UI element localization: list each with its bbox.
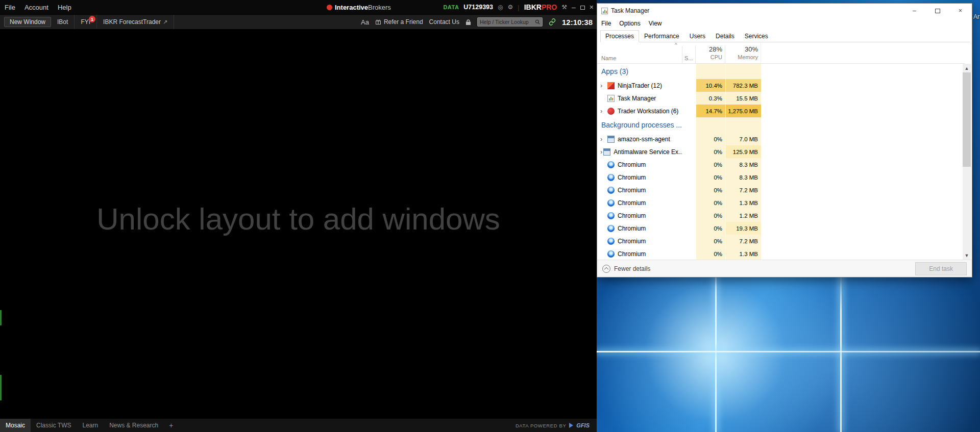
expand-icon[interactable]: › xyxy=(600,148,602,155)
process-row[interactable]: Chromium0%7.2 MB xyxy=(597,235,965,247)
column-header-status[interactable]: S... xyxy=(684,55,693,61)
status-cell xyxy=(682,145,696,158)
process-row[interactable]: Chromium0%19.3 MB xyxy=(597,222,965,235)
tab-mosaic[interactable]: Mosaic xyxy=(0,419,31,432)
menu-view[interactable]: View xyxy=(645,20,666,27)
expand-icon[interactable]: › xyxy=(600,108,606,114)
process-group-heading[interactable]: Background processes ... xyxy=(597,117,965,133)
menu-help[interactable]: Help xyxy=(53,4,76,11)
status-cell xyxy=(682,184,696,196)
tab-learn[interactable]: Learn xyxy=(77,419,104,432)
column-header-name[interactable]: Name xyxy=(601,55,616,61)
scroll-up-icon[interactable]: ▲ xyxy=(963,64,971,72)
scrollbar-thumb[interactable] xyxy=(963,72,971,167)
close-button[interactable]: × xyxy=(949,4,972,18)
chromium-icon xyxy=(607,199,615,207)
status-cell xyxy=(682,133,696,145)
tab-classic-tws[interactable]: Classic TWS xyxy=(31,419,77,432)
process-group-heading[interactable]: Apps (3) xyxy=(597,64,965,79)
pro-brand-text: PRO xyxy=(542,3,557,11)
minimize-button[interactable]: – xyxy=(572,4,576,11)
scrollbar[interactable]: ▲ ▼ xyxy=(963,64,971,260)
contact-us-button[interactable]: Contact Us xyxy=(429,18,459,26)
add-tab-button[interactable]: + xyxy=(164,419,178,432)
tab-news-research[interactable]: News & Research xyxy=(104,419,164,432)
process-row[interactable]: Chromium0%1.3 MB xyxy=(597,196,965,209)
process-table-header: ^ Name S... 28% CPU 30% Memory xyxy=(597,42,965,64)
maximize-button[interactable] xyxy=(926,4,949,18)
account-id[interactable]: U7129393 xyxy=(463,4,493,11)
process-row[interactable]: Chromium0%1.2 MB xyxy=(597,209,965,222)
cpu-cell: 0% xyxy=(696,171,725,184)
process-name-cell: Chromium xyxy=(597,250,682,258)
desktop-icon-label[interactable]: Ar xyxy=(973,13,979,20)
ibot-button[interactable]: IBot xyxy=(51,15,75,29)
menu-options[interactable]: Options xyxy=(615,20,644,27)
process-row[interactable]: ›NinjaTrader (12)10.4%782.3 MB xyxy=(597,79,965,92)
status-cell xyxy=(682,158,696,171)
process-row[interactable]: ›amazon-ssm-agent0%7.0 MB xyxy=(597,133,965,145)
process-row[interactable]: Chromium0%1.3 MB xyxy=(597,247,965,260)
task-manager-menubar: File Options View xyxy=(597,18,972,29)
trader-workstation-icon xyxy=(607,108,615,115)
process-row[interactable]: Chromium0%8.3 MB xyxy=(597,171,965,184)
restore-button[interactable] xyxy=(580,4,585,11)
settings-gear-icon[interactable]: ⚙ xyxy=(508,4,513,11)
column-header-memory[interactable]: 30% Memory xyxy=(725,45,758,60)
chromium-icon xyxy=(607,238,615,245)
process-row[interactable]: ›Trader Workstation (6)14.7%1,275.0 MB xyxy=(597,105,965,117)
menu-account[interactable]: Account xyxy=(20,4,53,11)
toolbar-right-group: Aa Refer a Friend Contact Us Help / Tick… xyxy=(361,17,597,27)
tab-users[interactable]: Users xyxy=(684,30,710,42)
process-name: Antimalware Service Ex... xyxy=(614,148,682,156)
tab-details[interactable]: Details xyxy=(710,30,740,42)
data-powered-by: DATA POWERED BY GFIS xyxy=(516,422,597,428)
memory-cell: 15.5 MB xyxy=(725,92,761,105)
memory-cell: 1.2 MB xyxy=(725,209,761,222)
tools-icon[interactable]: ⚒ xyxy=(561,4,567,11)
minimize-button[interactable]: – xyxy=(903,4,926,18)
font-size-button[interactable]: Aa xyxy=(361,18,369,26)
fyi-button[interactable]: FYI 1 xyxy=(75,15,97,29)
chromium-icon xyxy=(607,187,615,194)
task-manager-app-icon xyxy=(601,8,608,14)
cpu-cell: 0% xyxy=(696,133,725,145)
help-ticker-lookup-input[interactable]: Help / Ticker Lookup xyxy=(477,17,543,27)
window-title: Task Manager xyxy=(611,7,649,14)
process-name: amazon-ssm-agent xyxy=(618,136,670,143)
task-manager-window: Task Manager – × File Options View Proce… xyxy=(597,3,972,277)
tab-processes[interactable]: Processes xyxy=(600,30,639,42)
tab-performance[interactable]: Performance xyxy=(639,30,684,42)
chromium-icon xyxy=(607,250,615,258)
cpu-column-label: CPU xyxy=(696,54,722,60)
provider-logo-icon xyxy=(569,423,573,428)
menu-file[interactable]: File xyxy=(0,4,20,11)
cpu-cell: 0% xyxy=(696,145,725,158)
column-header-cpu[interactable]: 28% CPU xyxy=(696,45,722,60)
refer-a-friend-button[interactable]: Refer a Friend xyxy=(375,18,423,26)
memory-cell: 782.3 MB xyxy=(725,79,761,92)
fewer-details-toggle[interactable]: Fewer details xyxy=(597,265,650,273)
expand-icon[interactable]: › xyxy=(600,136,606,142)
expand-icon[interactable]: › xyxy=(600,82,606,89)
process-name: Chromium xyxy=(618,225,646,232)
notifications-icon[interactable]: ◎ xyxy=(498,4,503,11)
process-row[interactable]: Task Manager0.3%15.5 MB xyxy=(597,92,965,105)
tab-services[interactable]: Services xyxy=(740,30,773,42)
process-row[interactable]: ›Antimalware Service Ex...0%125.9 MB xyxy=(597,145,965,158)
new-window-button[interactable]: New Window xyxy=(4,17,51,27)
forecast-trader-button[interactable]: IBKR ForecastTrader ↗ xyxy=(97,15,174,29)
chevron-up-icon xyxy=(602,265,610,273)
memory-cell: 8.3 MB xyxy=(725,171,761,184)
close-button[interactable]: × xyxy=(590,4,594,11)
background-window-edge xyxy=(0,310,2,325)
menu-file[interactable]: File xyxy=(597,20,615,27)
process-row[interactable]: Chromium0%7.2 MB xyxy=(597,184,965,196)
link-icon[interactable] xyxy=(549,18,556,26)
maximize-icon xyxy=(935,9,940,13)
process-row[interactable]: Chromium0%8.3 MB xyxy=(597,158,965,171)
scroll-down-icon[interactable]: ▼ xyxy=(963,251,971,260)
process-name-cell: Task Manager xyxy=(597,95,682,102)
end-task-button[interactable]: End task xyxy=(915,262,967,275)
status-cell xyxy=(682,222,696,235)
